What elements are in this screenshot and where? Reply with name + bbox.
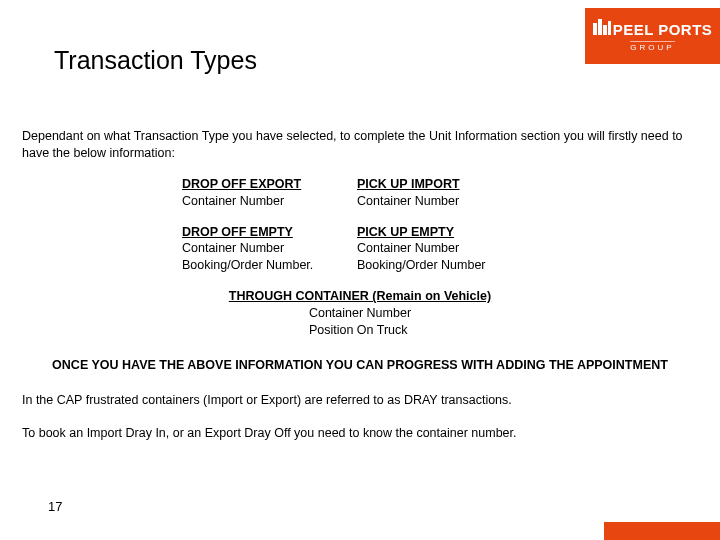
brand-name: PEEL PORTS: [613, 22, 713, 37]
intro-text: Dependant on what Transaction Type you h…: [22, 128, 698, 162]
through-line1: Container Number: [309, 305, 411, 322]
pick-up-empty-line1: Container Number: [357, 240, 557, 257]
pick-up-empty-line2: Booking/Order Number: [357, 257, 557, 274]
page-title: Transaction Types: [54, 46, 257, 75]
page-number: 17: [48, 499, 62, 514]
through-container-block: THROUGH CONTAINER (Remain on Vehicle) Co…: [22, 288, 698, 339]
drop-off-empty-line2: Booking/Order Number.: [182, 257, 357, 274]
pick-up-import-heading: PICK UP IMPORT: [357, 176, 557, 193]
svg-rect-2: [603, 25, 607, 35]
svg-rect-1: [598, 19, 602, 35]
drop-off-empty-heading: DROP OFF EMPTY: [182, 224, 357, 241]
drop-off-export-line: Container Number: [182, 193, 357, 210]
pick-up-empty-heading: PICK UP EMPTY: [357, 224, 557, 241]
footer-accent-bar: [604, 522, 720, 540]
drop-off-export-heading: DROP OFF EXPORT: [182, 176, 357, 193]
content-body: Dependant on what Transaction Type you h…: [22, 128, 698, 457]
svg-rect-3: [608, 21, 611, 35]
through-heading: THROUGH CONTAINER (Remain on Vehicle): [22, 288, 698, 305]
drop-off-empty-line1: Container Number: [182, 240, 357, 257]
type-group-2: DROP OFF EMPTY PICK UP EMPTY Container N…: [182, 224, 698, 275]
confirm-line: ONCE YOU HAVE THE ABOVE INFORMATION YOU …: [22, 357, 698, 374]
dray-paragraph-1: In the CAP frustrated containers (Import…: [22, 392, 698, 409]
building-icon: [593, 19, 611, 35]
brand-logo: PEEL PORTS GROUP: [593, 19, 713, 53]
brand-logo-block: PEEL PORTS GROUP: [585, 8, 720, 64]
pick-up-import-line: Container Number: [357, 193, 557, 210]
svg-rect-0: [593, 23, 597, 35]
type-group-1: DROP OFF EXPORT PICK UP IMPORT Container…: [182, 176, 698, 210]
through-line2: Position On Truck: [309, 322, 411, 339]
dray-paragraph-2: To book an Import Dray In, or an Export …: [22, 425, 698, 442]
brand-subtitle: GROUP: [630, 41, 674, 52]
